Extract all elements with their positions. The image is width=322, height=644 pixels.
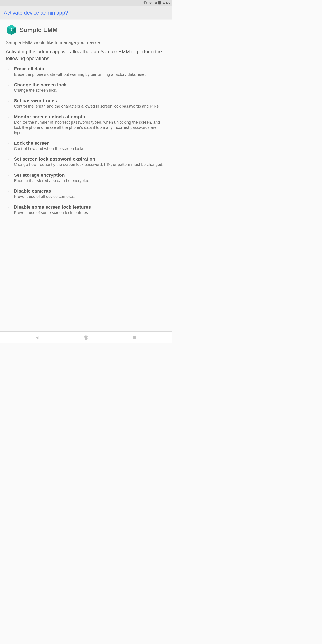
- wifi-icon: [148, 1, 152, 6]
- svg-rect-6: [10, 30, 12, 31]
- permission-desc: Require that stored app data be encrypte…: [14, 178, 90, 183]
- list-item: Disable cameras Prevent use of all devic…: [14, 188, 166, 199]
- list-item: Set password rules Control the length an…: [14, 98, 166, 109]
- permission-desc: Change the screen lock.: [14, 88, 57, 92]
- description: Activating this admin app will allow the…: [6, 48, 166, 62]
- permission-title: Set storage encryption: [14, 172, 166, 178]
- nav-bar: [0, 332, 172, 344]
- permission-desc: Control how and when the screen locks.: [14, 146, 85, 151]
- recent-apps-button[interactable]: [131, 334, 137, 341]
- permission-desc: Monitor the number of incorrect password…: [14, 120, 160, 135]
- permission-desc: Change how frequently the screen lock pa…: [14, 162, 163, 167]
- home-button[interactable]: [83, 334, 89, 341]
- app-row: Sample EMM: [6, 24, 166, 36]
- permission-title: Set screen lock password expiration: [14, 156, 166, 162]
- app-icon: [6, 24, 17, 36]
- list-item: Lock the screen Control how and when the…: [14, 140, 166, 152]
- battery-icon: [158, 1, 160, 6]
- header: Activate device admin app?: [0, 6, 172, 20]
- svg-rect-9: [132, 336, 136, 339]
- status-time: 4:45: [162, 1, 170, 5]
- permission-desc: Prevent use of all device cameras.: [14, 194, 75, 199]
- list-item: Set storage encryption Require that stor…: [14, 172, 166, 183]
- status-bar: 4:45: [0, 0, 172, 6]
- app-name: Sample EMM: [20, 26, 58, 34]
- permission-desc: Prevent use of some screen lock features…: [14, 210, 89, 215]
- list-item: Erase all data Erase the phone's data wi…: [14, 66, 166, 77]
- svg-rect-1: [159, 1, 160, 2]
- app-subtitle: Sample EMM would like to manage your dev…: [6, 40, 166, 45]
- permission-title: Erase all data: [14, 66, 166, 72]
- list-item: Change the screen lock Change the screen…: [14, 82, 166, 93]
- permission-desc: Erase the phone's data without warning b…: [14, 72, 147, 77]
- permission-title: Disable some screen lock features: [14, 204, 166, 210]
- list-item: Disable some screen lock features Preven…: [14, 204, 166, 215]
- back-button[interactable]: [34, 334, 41, 341]
- permission-title: Monitor screen unlock attempts: [14, 114, 166, 120]
- permission-desc: Control the length and the characters al…: [14, 104, 160, 108]
- list-item: Monitor screen unlock attempts Monitor t…: [14, 114, 166, 136]
- permissions-list: Erase all data Erase the phone's data wi…: [6, 66, 166, 215]
- cellular-icon: [154, 1, 157, 5]
- svg-point-8: [84, 336, 88, 339]
- permission-title: Lock the screen: [14, 140, 166, 146]
- permission-title: Set password rules: [14, 98, 166, 103]
- permission-title: Disable cameras: [14, 188, 166, 194]
- vibrate-icon: [143, 1, 147, 6]
- list-item: Set screen lock password expiration Chan…: [14, 156, 166, 167]
- page-title: Activate device admin app?: [4, 10, 68, 16]
- svg-rect-0: [158, 1, 160, 4]
- content: Sample EMM Sample EMM would like to mana…: [0, 20, 172, 215]
- permission-title: Change the screen lock: [14, 82, 166, 88]
